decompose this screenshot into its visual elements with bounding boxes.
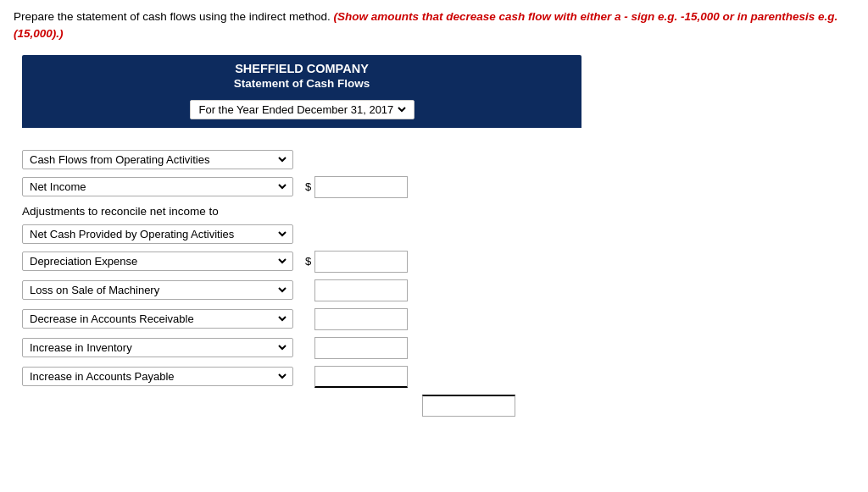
year-select[interactable]: For the Year Ended December 31, 2017 — [196, 102, 409, 117]
increase-ap-input[interactable] — [314, 366, 408, 388]
depreciation-select-wrapper[interactable]: Depreciation Expense — [22, 252, 293, 271]
statement-header: SHEFFIELD COMPANY Statement of Cash Flow… — [22, 55, 581, 95]
year-select-wrapper[interactable]: For the Year Ended December 31, 2017 — [190, 100, 415, 119]
depreciation-select[interactable]: Depreciation Expense — [26, 254, 289, 268]
depreciation-row: Depreciation Expense $ — [22, 251, 581, 273]
loss-on-sale-input[interactable] — [314, 279, 408, 301]
increase-ap-select[interactable]: Increase in Accounts Payable — [26, 369, 289, 384]
depreciation-input[interactable] — [314, 251, 408, 273]
cash-flows-select-wrapper[interactable]: Cash Flows from Operating Activities — [22, 150, 293, 169]
total-row: $ — [22, 395, 581, 417]
net-cash-select-wrapper[interactable]: Net Cash Provided by Operating Activitie… — [22, 224, 293, 244]
decrease-ar-select[interactable]: Decrease in Accounts Receivable — [26, 312, 289, 326]
net-cash-row: Net Cash Provided by Operating Activitie… — [22, 224, 581, 244]
company-name: SHEFFIELD COMPANY — [32, 62, 571, 75]
net-income-input[interactable] — [314, 176, 408, 198]
form-area: Cash Flows from Operating Activities Net… — [22, 141, 581, 432]
decrease-ar-input[interactable] — [314, 308, 408, 330]
instructions-block: Prepare the statement of cash flows usin… — [14, 8, 854, 43]
net-cash-select[interactable]: Net Cash Provided by Operating Activitie… — [26, 227, 289, 241]
dollar-sign-net-income: $ — [305, 180, 311, 193]
net-income-select[interactable]: Net Income — [26, 180, 289, 194]
loss-on-sale-select[interactable]: Loss on Sale of Machinery — [26, 283, 289, 297]
net-income-row: Net Income $ — [22, 176, 581, 198]
increase-inventory-select[interactable]: Increase in Inventory — [26, 340, 289, 355]
net-income-select-wrapper[interactable]: Net Income — [22, 177, 293, 196]
cash-flows-select[interactable]: Cash Flows from Operating Activities — [26, 152, 289, 167]
increase-inventory-row: Increase in Inventory $ — [22, 337, 581, 359]
decrease-ar-row: Decrease in Accounts Receivable $ — [22, 308, 581, 330]
decrease-ar-select-wrapper[interactable]: Decrease in Accounts Receivable — [22, 309, 293, 329]
year-row: For the Year Ended December 31, 2017 — [22, 95, 581, 128]
increase-ap-select-wrapper[interactable]: Increase in Accounts Payable — [22, 367, 293, 386]
dollar-sign-depreciation: $ — [305, 255, 311, 268]
cash-flows-row: Cash Flows from Operating Activities — [22, 150, 581, 169]
total-input[interactable] — [422, 395, 515, 417]
loss-on-sale-select-wrapper[interactable]: Loss on Sale of Machinery — [22, 280, 293, 300]
adjustments-label: Adjustments to reconcile net income to — [22, 205, 581, 218]
statement-title: Statement of Cash Flows — [32, 77, 571, 90]
statement-container: SHEFFIELD COMPANY Statement of Cash Flow… — [22, 55, 581, 128]
increase-inventory-select-wrapper[interactable]: Increase in Inventory — [22, 338, 293, 357]
instruction-text: Prepare the statement of cash flows usin… — [14, 10, 331, 23]
loss-on-sale-row: Loss on Sale of Machinery $ — [22, 279, 581, 301]
increase-ap-row: Increase in Accounts Payable $ — [22, 366, 581, 388]
increase-inventory-input[interactable] — [314, 337, 408, 359]
